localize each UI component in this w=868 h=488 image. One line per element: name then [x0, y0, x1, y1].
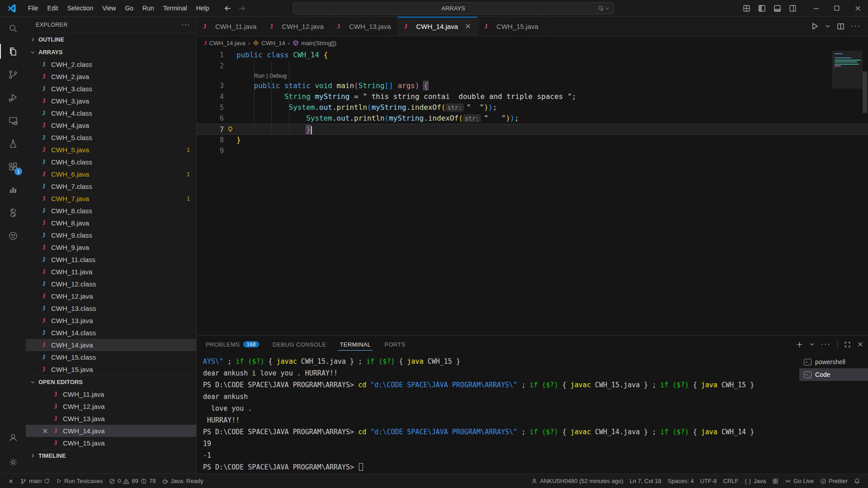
menu-selection[interactable]: Selection	[63, 0, 98, 17]
file-item[interactable]: JCWH_14.java	[26, 339, 196, 351]
file-item[interactable]: JCWH_7.class	[26, 180, 196, 192]
status-run-testcases[interactable]: Run Testcases	[53, 474, 106, 488]
minimap[interactable]	[834, 51, 862, 114]
status-table-status[interactable]	[769, 474, 782, 488]
terminal-output[interactable]: AYS\" ; if ($?) { javac CWH_15.java } ; …	[197, 353, 799, 474]
activitybar-testing[interactable]	[0, 132, 26, 155]
activitybar-remote-explorer[interactable]	[0, 109, 26, 132]
file-item[interactable]: JCWH_13.java	[26, 314, 196, 327]
status-problems-summary[interactable]: 08979	[106, 474, 159, 488]
open-editor-item[interactable]: JCWH_15.java	[26, 437, 196, 449]
open-editor-item[interactable]: JCWH_13.java	[26, 413, 196, 425]
open-editor-item[interactable]: JCWH_14.java	[26, 425, 196, 437]
activitybar-python-extension[interactable]	[0, 201, 26, 224]
editor-scrollbar[interactable]	[862, 50, 868, 335]
maximize-icon[interactable]	[826, 0, 847, 17]
menu-edit[interactable]: Edit	[43, 0, 63, 17]
file-item[interactable]: JCWH_15.class	[26, 351, 196, 363]
file-item[interactable]: JCWH_3.class	[26, 83, 196, 95]
tab-CWH_11.java[interactable]: JCWH_11.java	[197, 17, 263, 36]
lightbulb-icon[interactable]	[224, 124, 236, 134]
status-go-live[interactable]: Go Live	[782, 474, 817, 488]
activitybar-explorer[interactable]	[0, 40, 26, 63]
terminal-instance-code[interactable]: >_Code	[799, 368, 868, 381]
search-options-icon[interactable]	[598, 5, 610, 11]
status-indentation[interactable]: Spaces: 4	[665, 474, 697, 488]
activitybar-source-control[interactable]	[0, 63, 26, 86]
status-encoding[interactable]: UTF-8	[697, 474, 720, 488]
close-icon[interactable]	[465, 23, 471, 29]
status-scm-author[interactable]: ANKUSH0480 (52 minutes ago)	[528, 474, 626, 488]
close-icon[interactable]	[39, 428, 51, 434]
close-icon[interactable]	[857, 341, 863, 347]
section-outline[interactable]: OUTLINE	[26, 33, 196, 46]
section-timeline[interactable]: TIMELINE	[26, 449, 196, 462]
add-icon[interactable]	[796, 341, 803, 348]
layout-sidebar-right-icon[interactable]	[786, 2, 799, 14]
open-editor-item[interactable]: JCWH_11.java	[26, 388, 196, 400]
layout-grid-icon[interactable]	[740, 2, 753, 14]
section-folder-arrays[interactable]: ARRAYS	[26, 46, 196, 58]
section-open-editors[interactable]: OPEN EDITORS	[26, 375, 196, 388]
status-eol[interactable]: CRLF	[720, 474, 742, 488]
chevron-down-icon[interactable]	[825, 23, 830, 29]
file-item[interactable]: JCWH_3.java	[26, 95, 196, 107]
activitybar-run-debug[interactable]	[0, 86, 26, 109]
file-item[interactable]: JCWH_8.java	[26, 217, 196, 229]
breadcrumb-item[interactable]: CWH_14	[253, 40, 285, 47]
menu-view[interactable]: View	[98, 0, 120, 17]
menu-terminal[interactable]: Terminal	[159, 0, 192, 17]
split-editor-icon[interactable]	[837, 23, 844, 30]
file-item[interactable]: JCWH_2.class	[26, 58, 196, 70]
status-cursor-position[interactable]: Ln 7, Col 18	[627, 474, 665, 488]
file-item[interactable]: JCWH_12.class	[26, 278, 196, 290]
menu-help[interactable]: Help	[192, 0, 214, 17]
chevron-down-icon[interactable]	[809, 342, 815, 347]
file-item[interactable]: JCWH_15.java	[26, 363, 196, 375]
activitybar-settings[interactable]	[0, 450, 26, 474]
menu-file[interactable]: File	[24, 0, 43, 17]
file-item[interactable]: JCWH_13.class	[26, 302, 196, 314]
codelens[interactable]: Run | Debug	[236, 71, 287, 80]
status-notifications[interactable]	[851, 474, 863, 488]
file-item[interactable]: JCWH_8.class	[26, 205, 196, 217]
file-item[interactable]: JCWH_6.class	[26, 156, 196, 168]
file-item[interactable]: JCWH_4.java	[26, 119, 196, 131]
status-remote[interactable]	[5, 474, 17, 488]
panel-tab-terminal[interactable]: TERMINAL	[338, 336, 373, 353]
file-item[interactable]: JCWH_14.class	[26, 327, 196, 339]
code-editor[interactable]: 1public class CWH_14 {2Run | Debug3 publ…	[197, 50, 868, 335]
file-item[interactable]: JCWH_11.class	[26, 253, 196, 266]
file-item[interactable]: JCWH_7.java1	[26, 192, 196, 205]
file-item[interactable]: JCWH_4.class	[26, 107, 196, 119]
menu-run[interactable]: Run	[138, 0, 159, 17]
tab-CWH_13.java[interactable]: JCWH_13.java	[330, 17, 398, 36]
panel-tab-problems[interactable]: PROBLEMS168	[204, 336, 261, 353]
menu-go[interactable]: Go	[120, 0, 138, 17]
file-item[interactable]: JCWH_5.java1	[26, 144, 196, 156]
tab-CWH_15.java[interactable]: JCWH_15.java	[478, 17, 545, 36]
status-java-status[interactable]: Java: Ready	[159, 474, 206, 488]
breadcrumb-item[interactable]: main(String[])	[292, 40, 336, 47]
status-prettier[interactable]: Prettier	[817, 474, 851, 488]
close-icon[interactable]	[847, 0, 868, 17]
ellipsis-icon[interactable]: ···	[821, 340, 831, 348]
activitybar-accounts[interactable]	[0, 426, 26, 449]
minimize-icon[interactable]	[806, 0, 826, 17]
status-language-mode[interactable]: { }Java	[741, 474, 769, 488]
layout-sidebar-left-icon[interactable]	[755, 2, 769, 14]
file-item[interactable]: JCWH_9.class	[26, 229, 196, 241]
panel-tab-ports[interactable]: PORTS	[382, 336, 407, 353]
command-center-search[interactable]: ARRAYS	[293, 2, 614, 14]
file-item[interactable]: JCWH_9.java	[26, 241, 196, 253]
open-editor-item[interactable]: JCWH_12.java	[26, 400, 196, 413]
file-item[interactable]: JCWH_2.java	[26, 70, 196, 83]
file-item[interactable]: JCWH_5.class	[26, 131, 196, 144]
file-item[interactable]: JCWH_11.java	[26, 266, 196, 278]
breadcrumb-item[interactable]: JCWH_14.java	[204, 39, 245, 47]
terminal-instance-powershell[interactable]: >_powershell	[799, 356, 868, 368]
tab-CWH_12.java[interactable]: JCWH_12.java	[263, 17, 330, 36]
activitybar-misc-extension[interactable]	[0, 224, 26, 247]
activitybar-extensions[interactable]: 1	[0, 155, 26, 178]
activitybar-chart-extension[interactable]	[0, 178, 26, 201]
